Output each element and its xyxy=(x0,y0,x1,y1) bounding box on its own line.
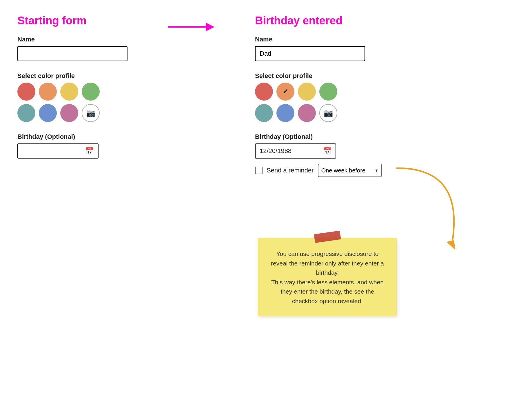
left-name-input[interactable] xyxy=(17,46,127,61)
right-color-purple[interactable] xyxy=(298,104,316,122)
left-title: Starting form xyxy=(17,14,168,27)
reminder-select[interactable]: One week before One day before On the da… xyxy=(318,164,382,177)
left-color-teal[interactable] xyxy=(17,104,35,122)
right-name-label: Name xyxy=(255,36,435,43)
camera-icon: 📷 xyxy=(86,109,95,118)
arrow-container xyxy=(168,12,220,188)
left-name-group: Name xyxy=(17,36,168,61)
left-color-green[interactable] xyxy=(82,83,100,101)
right-panel: Birthday entered Name Select color profi… xyxy=(255,12,435,188)
right-calendar-icon: 📅 xyxy=(323,147,331,155)
selected-checkmark: ✓ xyxy=(283,88,288,95)
left-color-grid: 📷 xyxy=(17,83,168,122)
left-name-label: Name xyxy=(17,36,168,43)
left-birthday-input[interactable]: 📅 xyxy=(17,143,99,159)
right-arrow xyxy=(168,20,214,34)
right-birthday-input[interactable]: 12/20/1988 📅 xyxy=(255,143,336,159)
right-color-teal[interactable] xyxy=(255,104,273,122)
left-color-camera[interactable]: 📷 xyxy=(82,104,100,122)
right-color-red[interactable] xyxy=(255,83,273,101)
sticky-text-1: You can use progressive disclosure to re… xyxy=(268,249,387,278)
right-birthday-value: 12/20/1988 xyxy=(260,147,291,155)
left-color-orange[interactable] xyxy=(39,83,57,101)
right-color-blue[interactable] xyxy=(276,104,294,122)
svg-marker-1 xyxy=(206,23,214,31)
right-color-green[interactable] xyxy=(319,83,337,101)
left-birthday-group: Birthday (Optional) 📅 xyxy=(17,133,168,159)
left-calendar-icon: 📅 xyxy=(85,147,94,155)
reminder-select-wrap: One week before One day before On the da… xyxy=(318,164,382,177)
tape xyxy=(314,231,341,243)
left-color-purple[interactable] xyxy=(60,104,78,122)
left-color-blue[interactable] xyxy=(39,104,57,122)
right-color-orange[interactable]: ✓ xyxy=(276,83,294,101)
right-color-label: Select color profile xyxy=(255,72,435,80)
right-color-group: Select color profile ✓ 📷 xyxy=(255,72,435,122)
left-panel: Starting form Name Select color profile … xyxy=(17,12,168,188)
right-title: Birthday entered xyxy=(255,14,435,27)
left-color-group: Select color profile 📷 xyxy=(17,72,168,122)
left-color-label: Select color profile xyxy=(17,72,168,80)
left-color-red[interactable] xyxy=(17,83,35,101)
right-color-grid: ✓ 📷 xyxy=(255,83,435,122)
reminder-checkbox[interactable] xyxy=(255,167,263,174)
sticky-note: You can use progressive disclosure to re… xyxy=(258,238,397,316)
left-color-yellow[interactable] xyxy=(60,83,78,101)
right-birthday-label: Birthday (Optional) xyxy=(255,133,435,141)
svg-marker-2 xyxy=(445,239,457,250)
right-color-yellow[interactable] xyxy=(298,83,316,101)
reminder-label: Send a reminder xyxy=(267,167,314,174)
left-birthday-label: Birthday (Optional) xyxy=(17,133,168,141)
right-name-input[interactable] xyxy=(255,46,365,61)
right-camera-icon: 📷 xyxy=(324,109,333,118)
right-color-camera[interactable]: 📷 xyxy=(319,104,337,122)
sticky-text-2: This way there's less elements, and when… xyxy=(268,278,387,306)
right-name-group: Name xyxy=(255,36,435,61)
